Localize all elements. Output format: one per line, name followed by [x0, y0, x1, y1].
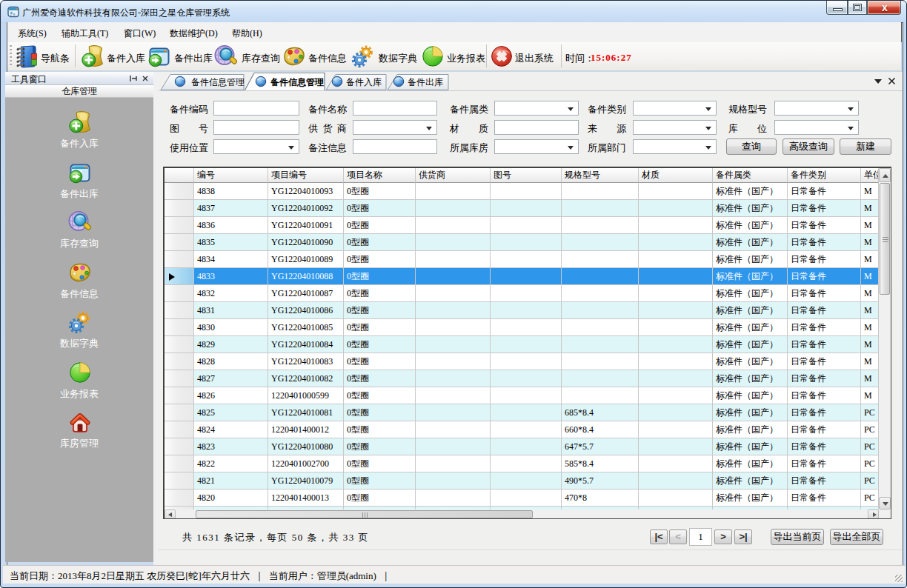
svg-text:备件信息管理: 备件信息管理: [191, 77, 245, 87]
svg-text:备件信息管理: 备件信息管理: [270, 77, 324, 87]
svg-text:备件出库: 备件出库: [408, 77, 443, 87]
svg-text:备件入库: 备件入库: [346, 77, 382, 87]
